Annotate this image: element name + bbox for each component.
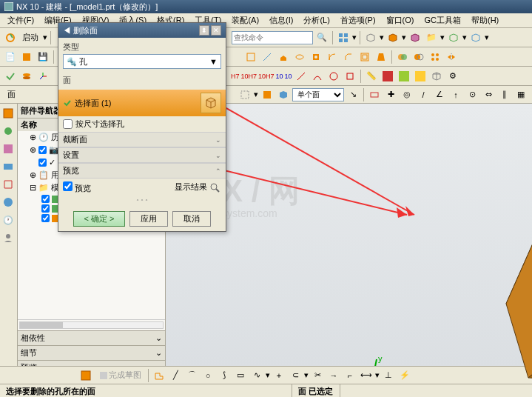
bt-arc-icon[interactable]: ⌒ (184, 368, 199, 383)
settings-section[interactable]: 设置⌄ (58, 147, 226, 163)
bt-finish-sketch[interactable]: 完成草图 (95, 368, 145, 383)
sel-rect2-icon[interactable] (367, 87, 382, 102)
bt-line-icon[interactable]: ╱ (168, 368, 183, 383)
tb-cube1-icon[interactable] (363, 30, 378, 45)
start-dropdown[interactable] (3, 30, 18, 45)
tb-extrude-icon[interactable] (276, 50, 291, 64)
tolerance-10b[interactable]: 10 (285, 73, 292, 80)
tab-history-icon[interactable]: 🕐 (0, 212, 16, 228)
tb-save-icon[interactable]: 💾 (36, 50, 50, 64)
sel-arrow-icon[interactable]: ↘ (346, 87, 360, 102)
bt-extend-icon[interactable]: → (326, 368, 341, 383)
tb-gear-icon[interactable]: ⚙ (445, 69, 460, 84)
bt-trim-icon[interactable]: ✂ (310, 368, 325, 383)
tb-dim3-icon[interactable] (326, 69, 341, 84)
sel-plus-icon[interactable]: ✚ (383, 87, 398, 102)
tb-new-icon[interactable]: 📄 (3, 50, 18, 64)
tb-cube3-icon[interactable] (408, 30, 422, 45)
bt-auto-icon[interactable]: ⚡ (397, 368, 412, 383)
tab-hd3d-icon[interactable] (0, 176, 16, 193)
bt-profile-icon[interactable] (152, 368, 166, 383)
tb-check-icon[interactable] (3, 69, 18, 84)
sel-dline-icon[interactable]: ⇔ (481, 87, 496, 102)
nav-detail[interactable]: 细节⌄ (18, 345, 165, 360)
tb-color2-icon[interactable] (397, 69, 411, 84)
type-combo[interactable]: 🔩 孔▼ (63, 54, 221, 69)
select-face-button[interactable] (201, 93, 221, 113)
menu-file[interactable]: 文件(F) (3, 14, 38, 27)
menu-info[interactable]: 信息(I) (265, 14, 297, 27)
tb-color1-icon[interactable] (380, 69, 395, 84)
bt-constraint-icon[interactable]: ⊥ (381, 368, 396, 383)
by-size-checkbox[interactable] (63, 119, 73, 129)
tb-cube5-icon[interactable] (468, 30, 483, 45)
bt-spline-icon[interactable]: ∿ (249, 368, 264, 383)
tb-layer-icon[interactable] (19, 69, 34, 84)
menu-analysis[interactable]: 分析(L) (299, 14, 334, 27)
sel-grid-icon[interactable]: ▦ (514, 87, 528, 102)
dialog-undock-icon[interactable]: ⬍ (199, 25, 209, 36)
by-size-row[interactable]: 按尺寸选择孔 (58, 116, 226, 132)
bt-rect-icon[interactable]: ▭ (233, 368, 248, 383)
nav-dependency[interactable]: 相依性⌄ (18, 330, 165, 345)
tb-measure-icon[interactable]: 📏 (364, 69, 379, 84)
tb-cube4-icon[interactable] (446, 30, 461, 45)
tab-reuse-icon[interactable] (0, 159, 16, 175)
sel-dot-icon[interactable]: ⊙ (465, 87, 479, 102)
tolerance-10h7a[interactable]: 10H7 (241, 73, 257, 80)
resize-grip-icon[interactable]: ˄ ˄ ˄ (58, 197, 226, 207)
tb-line-icon[interactable] (260, 50, 275, 64)
menu-window[interactable]: 窗口(O) (382, 14, 419, 27)
sel-slash-icon[interactable]: / (416, 87, 431, 102)
sel-up-icon[interactable]: ↑ (448, 87, 463, 102)
tb-dim1-icon[interactable] (294, 69, 309, 84)
tb-dim2-icon[interactable] (310, 69, 325, 84)
menu-help[interactable]: 帮助(H) (467, 14, 503, 27)
tb-dim4-icon[interactable] (343, 69, 357, 84)
menu-preferences[interactable]: 首选项(P) (336, 14, 380, 27)
preview-checkbox[interactable] (63, 181, 73, 191)
select-face-row[interactable]: 选择面 (1) (58, 90, 226, 116)
tab-roles-icon[interactable] (0, 230, 16, 246)
bt-dim-icon[interactable]: ⟷ (359, 368, 374, 383)
tab-browser-icon[interactable] (0, 194, 16, 210)
tb-hole-icon[interactable] (309, 50, 323, 64)
tb-cube2-icon[interactable] (385, 30, 400, 45)
show-result-button[interactable]: 显示结果 (175, 181, 221, 193)
filter-combo[interactable]: 单个面 (292, 88, 344, 101)
sel-para-icon[interactable]: ∥ (497, 87, 512, 102)
sel-circle-icon[interactable]: ◎ (400, 87, 414, 102)
sel-angle-icon[interactable]: ∠ (432, 87, 447, 102)
tb-box-icon[interactable] (19, 50, 34, 64)
tb-boolean1-icon[interactable] (395, 50, 410, 64)
tab-navigator-icon[interactable] (0, 105, 16, 121)
tb-folder-icon[interactable]: 📁 (424, 30, 439, 45)
ok-button[interactable]: < 确定 > (73, 211, 126, 227)
search-input[interactable] (232, 31, 313, 44)
tb-mirror-icon[interactable] (444, 50, 459, 64)
tb-wcs-icon[interactable] (36, 69, 50, 84)
bt-circle-icon[interactable]: ○ (201, 368, 215, 383)
search-icon[interactable]: 🔍 (314, 30, 329, 45)
bt-offset-icon[interactable]: ⊂ (288, 368, 303, 383)
apply-button[interactable]: 应用 (129, 211, 168, 227)
cancel-button[interactable]: 取消 (172, 211, 211, 227)
preview-section[interactable]: 预览⌃ (58, 163, 226, 179)
tb-draft-icon[interactable] (374, 50, 388, 64)
tb-shell-icon[interactable] (357, 50, 372, 64)
dialog-close-icon[interactable]: ✕ (211, 25, 221, 36)
menu-assembly[interactable]: 装配(A) (227, 14, 263, 27)
tolerance-10a[interactable]: 10 (276, 73, 283, 80)
tb-boolean2-icon[interactable] (411, 50, 426, 64)
tb-pattern-icon[interactable] (428, 50, 442, 64)
tolerance-h7[interactable]: H7 (231, 73, 240, 80)
tb-color3-icon[interactable] (413, 69, 428, 84)
tb-revolve-icon[interactable] (292, 50, 307, 64)
bt-sketch-icon[interactable] (78, 368, 93, 383)
sel-body-icon[interactable] (276, 87, 291, 102)
tb-grid-icon[interactable] (336, 30, 351, 45)
bt-corner-icon[interactable]: ⌐ (343, 368, 357, 383)
tab-assembly-icon[interactable] (0, 123, 16, 139)
sel-face-icon[interactable] (260, 87, 275, 102)
start-label[interactable]: 启动 (19, 32, 41, 43)
